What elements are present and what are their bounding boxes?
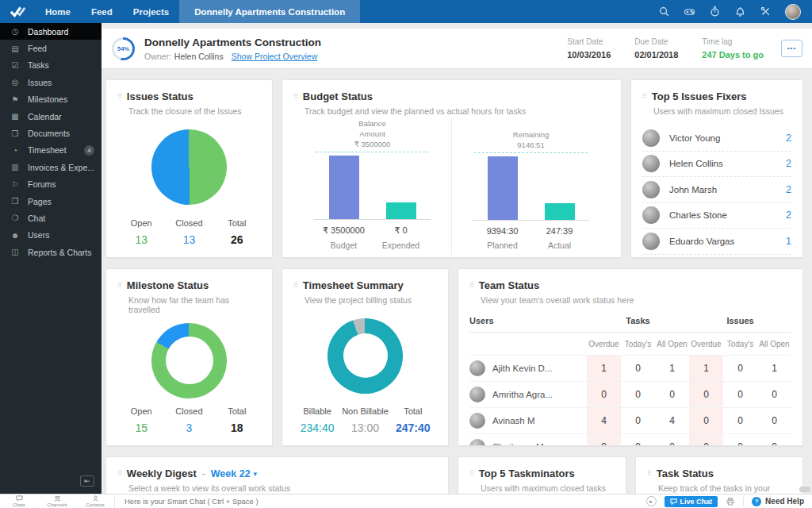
- project-progress-ring: 54%: [112, 37, 135, 60]
- drag-handle-icon[interactable]: ⠿: [117, 93, 122, 100]
- documents-icon: ❒: [10, 129, 20, 138]
- tab-chats[interactable]: Chats: [0, 495, 38, 508]
- more-options-button[interactable]: •••: [781, 40, 802, 57]
- notifications-bell-icon[interactable]: [734, 6, 746, 17]
- sidebar-item-pages[interactable]: ❐ Pages: [0, 193, 102, 210]
- list-item[interactable]: John Marsh 2: [642, 177, 791, 203]
- drag-handle-icon[interactable]: ⠿: [469, 282, 474, 289]
- planned-value: 9394:30: [487, 226, 519, 236]
- live-chat-bubble-icon: [670, 498, 677, 505]
- table-row[interactable]: Ajith Kevin D... 1 0 1 1 0 1: [469, 355, 791, 381]
- expended-bar[interactable]: [386, 202, 416, 219]
- show-project-overview-link[interactable]: Show Project Overview: [232, 52, 318, 61]
- drag-handle-icon[interactable]: ⠿: [469, 470, 474, 477]
- nav-feed[interactable]: Feed: [81, 0, 123, 23]
- column-header-users: Users: [469, 316, 587, 325]
- avatar: [642, 206, 660, 224]
- issues-pie-chart[interactable]: [151, 129, 227, 205]
- budget-value: ₹ 3500000: [323, 225, 365, 236]
- sidebar-item-dashboard[interactable]: ◷ Dashboard: [0, 23, 102, 40]
- card-subtitle: Track budget and view the planned vs act…: [304, 106, 610, 116]
- tasks-icon: ☑: [10, 61, 20, 70]
- reports-charts-icon: ◫: [10, 248, 20, 256]
- drag-handle-icon[interactable]: ⠿: [117, 282, 122, 289]
- play-icon[interactable]: ▸: [646, 496, 657, 506]
- chevron-down-icon[interactable]: ▾: [254, 470, 258, 478]
- card-subtitle: View the project billing status: [304, 295, 437, 305]
- sidebar-item-label: Issues: [28, 78, 52, 87]
- list-item[interactable]: Victor Young 2: [642, 125, 791, 152]
- week-selector[interactable]: Week 22: [211, 468, 251, 479]
- budget-bar[interactable]: [329, 156, 359, 219]
- scrollbar-thumb[interactable]: [799, 487, 810, 492]
- search-icon[interactable]: [658, 6, 670, 17]
- card-title: Issues Status: [127, 90, 193, 102]
- sidebar-item-calendar[interactable]: ▦ Calendar: [0, 108, 102, 125]
- card-title: Task Status: [657, 468, 714, 479]
- sidebar-item-reports[interactable]: ◫ Reports & Charts: [0, 244, 102, 260]
- team-status-card: ⠿ Team Status View your team's overall w…: [458, 268, 803, 446]
- milestone-donut-chart[interactable]: [151, 323, 227, 398]
- collapse-sidebar-icon[interactable]: ⇤: [80, 475, 94, 487]
- printer-icon[interactable]: [726, 497, 735, 506]
- tools-settings-icon[interactable]: [760, 6, 772, 17]
- list-item[interactable]: Helen Collins 2: [642, 152, 791, 178]
- tab-channels[interactable]: Channels: [38, 495, 76, 508]
- separator: -: [202, 468, 205, 479]
- list-item[interactable]: Eduardo Vargas 1: [642, 229, 791, 255]
- sidebar-item-issues[interactable]: ◎ Issues: [0, 74, 102, 90]
- table-row[interactable]: Avinash M 4 0 4 0 0 0: [469, 407, 791, 433]
- need-help-button[interactable]: ? Need Help: [743, 497, 804, 506]
- drag-handle-icon[interactable]: ⠿: [293, 282, 298, 289]
- sidebar-item-label: Reports & Charts: [28, 248, 92, 257]
- actual-bar[interactable]: [545, 203, 575, 220]
- subcol-tasks-todays: Today's: [621, 333, 655, 355]
- drag-handle-icon[interactable]: ⠿: [117, 470, 122, 477]
- tab-contacts[interactable]: Contacts: [76, 495, 114, 508]
- sidebar-item-forums[interactable]: ⚐ Forums: [0, 176, 102, 193]
- table-row[interactable]: Amritha Agra... 0 0 0 0 0 0: [469, 381, 791, 407]
- sidebar-item-label: Milestones: [28, 94, 67, 104]
- remaining-annotation: Remaining 9146:51: [452, 130, 610, 151]
- sidebar-item-label: Tasks: [28, 60, 49, 70]
- planned-bar[interactable]: [488, 156, 518, 220]
- sidebar-item-users[interactable]: ☻ Users: [0, 227, 102, 244]
- sidebar-item-feed[interactable]: ▤ Feed: [0, 40, 102, 56]
- start-date-value: 10/03/2016: [567, 50, 611, 60]
- drag-handle-icon[interactable]: ⠿: [647, 470, 652, 477]
- games-icon[interactable]: [684, 6, 695, 17]
- sidebar-item-invoices[interactable]: ▥ Invoices & Expe...: [0, 159, 102, 175]
- card-title: Timesheet Summary: [303, 279, 404, 291]
- budget-annotation: Balance Amount ₹ 3500000: [293, 119, 451, 149]
- planned-label: Planned: [487, 241, 518, 250]
- nav-projects[interactable]: Projects: [123, 0, 179, 23]
- smart-chat-input[interactable]: [115, 497, 646, 506]
- user-avatar[interactable]: [785, 4, 801, 20]
- subcol-issues-todays: Today's: [723, 333, 757, 355]
- drag-handle-icon[interactable]: ⠿: [293, 93, 298, 100]
- timesheet-donut-chart[interactable]: [327, 318, 403, 394]
- active-project-tab[interactable]: Donnelly Apartments Construction: [179, 0, 360, 23]
- legend-billable: Billable 234:40: [293, 406, 341, 434]
- nav-home[interactable]: Home: [35, 0, 81, 23]
- sidebar-item-tasks[interactable]: ☑ Tasks: [0, 57, 102, 74]
- table-row[interactable]: Chaitanya M 0 0 0 0 0 0: [469, 433, 791, 446]
- channels-icon: [54, 495, 61, 502]
- start-date-label: Start Date: [567, 37, 611, 46]
- sidebar-item-chat[interactable]: ❍ Chat: [0, 210, 102, 226]
- brand-logo-icon[interactable]: [10, 6, 27, 17]
- timer-icon[interactable]: [709, 6, 721, 17]
- pages-icon: ❐: [10, 197, 20, 206]
- topnav-icons: [658, 4, 801, 20]
- list-item[interactable]: Charles Stone 2: [642, 203, 791, 229]
- sidebar-item-timesheet[interactable]: ◔ Timesheet 4: [0, 142, 102, 159]
- sidebar-item-milestones[interactable]: ⚑ Milestones: [0, 91, 102, 108]
- live-chat-button[interactable]: Live Chat: [665, 496, 718, 507]
- drag-handle-icon[interactable]: ⠿: [642, 93, 647, 100]
- column-group-tasks: Tasks: [587, 316, 689, 325]
- legend-total: Total 26: [213, 218, 261, 246]
- sidebar-item-documents[interactable]: ❒ Documents: [0, 125, 102, 141]
- avatar: [642, 233, 660, 250]
- timesheet-badge: 4: [84, 145, 94, 156]
- card-subtitle: Users with maximum closed Issues: [653, 106, 791, 116]
